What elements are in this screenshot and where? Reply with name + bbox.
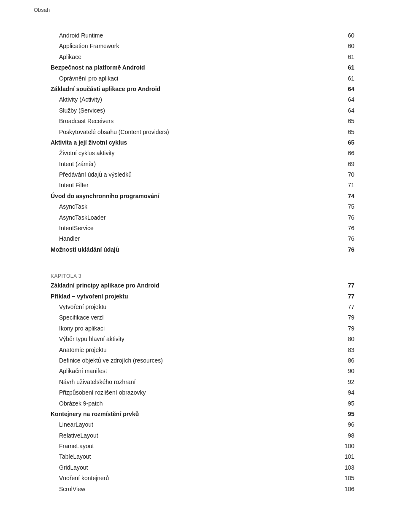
toc-label-7: Služby (Services) xyxy=(51,106,105,115)
toc-list: Android Runtime60Application Framework60… xyxy=(51,31,354,254)
chapter3-title-entry: Základní principy aplikace pro Android 7… xyxy=(51,281,354,290)
toc-page-1: 77 xyxy=(342,302,354,312)
toc-label-13: RelativeLayout xyxy=(51,431,98,440)
toc-entry-12: LinearLayout96 xyxy=(51,420,354,429)
toc-entry-12: Intent (záměr)69 xyxy=(51,159,354,169)
toc-label-2: Aplikace xyxy=(51,52,81,62)
toc-page-18: 106 xyxy=(342,484,354,494)
toc-label-4: Oprávnění pro aplikaci xyxy=(51,74,118,83)
toc-label-8: Broadcast Receivers xyxy=(51,116,113,126)
toc-entry-2: Specifikace verzí79 xyxy=(51,313,354,322)
toc-label-13: Předávání údajů a výsledků xyxy=(51,170,132,179)
toc-entry-8: Návrh uživatelského rozhraní92 xyxy=(51,377,354,387)
toc-entry-17: AsyncTaskLoader76 xyxy=(51,213,354,222)
toc-page-12: 69 xyxy=(342,159,354,169)
toc-entry-8: Broadcast Receivers65 xyxy=(51,116,354,126)
toc-page-5: 83 xyxy=(342,345,354,355)
toc-page-13: 98 xyxy=(342,431,354,440)
toc-entry-15: Úvod do asynchronního programování74 xyxy=(51,191,354,201)
toc-page-7: 64 xyxy=(342,106,354,115)
toc-label-8: Návrh uživatelského rozhraní xyxy=(51,377,135,387)
toc-label-15: Úvod do asynchronního programování xyxy=(51,191,159,201)
toc-entry-13: Předávání údajů a výsledků70 xyxy=(51,170,354,179)
toc-entry-11: Kontejnery na rozmístění prvků95 xyxy=(51,409,354,419)
toc-label-1: Application Framework xyxy=(51,41,119,51)
chapter3-title-page: 77 xyxy=(342,281,354,290)
toc-label-18: IntentService xyxy=(51,223,94,233)
toc-entry-0: Příklad – vytvoření projektu77 xyxy=(51,292,354,301)
toc-entry-3: Bezpečnost na platformě Android61 xyxy=(51,63,354,72)
toc-entry-6: Aktivity (Activity)64 xyxy=(51,95,354,104)
toc-page-16: 75 xyxy=(342,202,354,211)
toc-page-16: 103 xyxy=(342,463,354,472)
toc-label-3: Ikony pro aplikaci xyxy=(51,324,105,333)
toc-entry-14: Intent Filter71 xyxy=(51,180,354,190)
toc-entry-10: Obrázek 9-patch95 xyxy=(51,399,354,408)
toc-page-8: 92 xyxy=(342,377,354,387)
toc-page-13: 70 xyxy=(342,170,354,179)
toc-label-17: Vnoření kontejnerů xyxy=(51,473,109,483)
toc-label-12: LinearLayout xyxy=(51,420,93,429)
toc-label-11: Kontejnery na rozmístění prvků xyxy=(51,409,139,419)
toc-entry-0: Android Runtime60 xyxy=(51,31,354,40)
toc-entry-7: Aplikační manifest90 xyxy=(51,366,354,376)
toc-label-7: Aplikační manifest xyxy=(51,366,107,376)
toc-entry-9: Přizpůsobení rozlišení obrazovky94 xyxy=(51,388,354,397)
toc-page-3: 79 xyxy=(342,324,354,333)
toc-list2: Příklad – vytvoření projektu77Vytvoření … xyxy=(51,292,354,494)
toc-page-6: 86 xyxy=(342,356,354,365)
toc-page-3: 61 xyxy=(342,63,354,72)
toc-page-4: 61 xyxy=(342,74,354,83)
toc-page-6: 64 xyxy=(342,95,354,104)
chapter3-label: KAPITOLA 3 xyxy=(51,273,354,279)
page-header: Obsah xyxy=(0,0,405,18)
toc-page-14: 100 xyxy=(342,441,354,451)
toc-page-1: 60 xyxy=(342,41,354,51)
toc-entry-7: Služby (Services)64 xyxy=(51,106,354,115)
toc-label-14: Intent Filter xyxy=(51,180,89,190)
toc-label-2: Specifikace verzí xyxy=(51,313,104,322)
chapter3-title: Základní principy aplikace pro Android xyxy=(51,281,159,290)
toc-page-5: 64 xyxy=(342,84,354,94)
toc-page-9: 94 xyxy=(342,388,354,397)
toc-page-15: 101 xyxy=(342,452,354,461)
toc-entry-16: GridLayout103 xyxy=(51,463,354,472)
toc-label-18: ScrolView xyxy=(51,484,85,494)
toc-entry-6: Definice objektů ve zdrojích (resources)… xyxy=(51,356,354,365)
toc-page-2: 61 xyxy=(342,52,354,62)
toc-label-1: Vytvoření projektu xyxy=(51,302,106,312)
page: Obsah Android Runtime60Application Frame… xyxy=(0,0,405,532)
toc-label-9: Přizpůsobení rozlišení obrazovky xyxy=(51,388,146,397)
toc-page-0: 77 xyxy=(342,292,354,301)
toc-page-12: 96 xyxy=(342,420,354,429)
toc-page-9: 65 xyxy=(342,127,354,137)
toc-entry-9: Poskytovatelé obsahu (Content providers)… xyxy=(51,127,354,137)
toc-entry-4: Výběr typu hlavní aktivity80 xyxy=(51,334,354,344)
toc-page-19: 76 xyxy=(342,234,354,243)
toc-label-15: TableLayout xyxy=(51,452,91,461)
toc-page-0: 60 xyxy=(342,31,354,40)
toc-entry-14: FrameLayout100 xyxy=(51,441,354,451)
toc-label-16: GridLayout xyxy=(51,463,88,472)
toc-page-4: 80 xyxy=(342,334,354,344)
toc-entry-10: Aktivita a její životní cyklus65 xyxy=(51,138,354,147)
toc-entry-17: Vnoření kontejnerů105 xyxy=(51,473,354,483)
toc-page-17: 76 xyxy=(342,213,354,222)
toc-label-14: FrameLayout xyxy=(51,441,94,451)
toc-entry-15: TableLayout101 xyxy=(51,452,354,461)
toc-label-12: Intent (záměr) xyxy=(51,159,96,169)
toc-label-5: Anatomie projektu xyxy=(51,345,107,355)
toc-label-17: AsyncTaskLoader xyxy=(51,213,106,222)
header-title: Obsah xyxy=(34,7,50,13)
toc-label-6: Aktivity (Activity) xyxy=(51,95,102,104)
toc-page-14: 71 xyxy=(342,180,354,190)
toc-entry-20: Možnosti ukládání údajů76 xyxy=(51,245,354,254)
toc-entry-1: Vytvoření projektu77 xyxy=(51,302,354,312)
toc-entry-13: RelativeLayout98 xyxy=(51,431,354,440)
toc-label-6: Definice objektů ve zdrojích (resources) xyxy=(51,356,163,365)
toc-label-20: Možnosti ukládání údajů xyxy=(51,245,119,254)
toc-label-10: Obrázek 9-patch xyxy=(51,399,103,408)
toc-label-5: Základní součásti aplikace pro Android xyxy=(51,84,160,94)
toc-entry-5: Anatomie projektu83 xyxy=(51,345,354,355)
toc-entry-19: Handler76 xyxy=(51,234,354,243)
